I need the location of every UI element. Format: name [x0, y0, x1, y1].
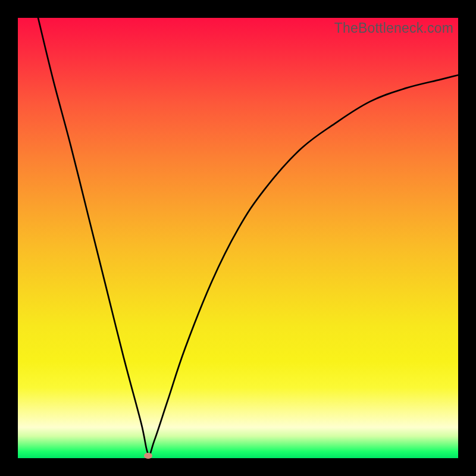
chart-frame: TheBottleneck.com: [18, 18, 458, 458]
gradient-background: [18, 18, 458, 458]
